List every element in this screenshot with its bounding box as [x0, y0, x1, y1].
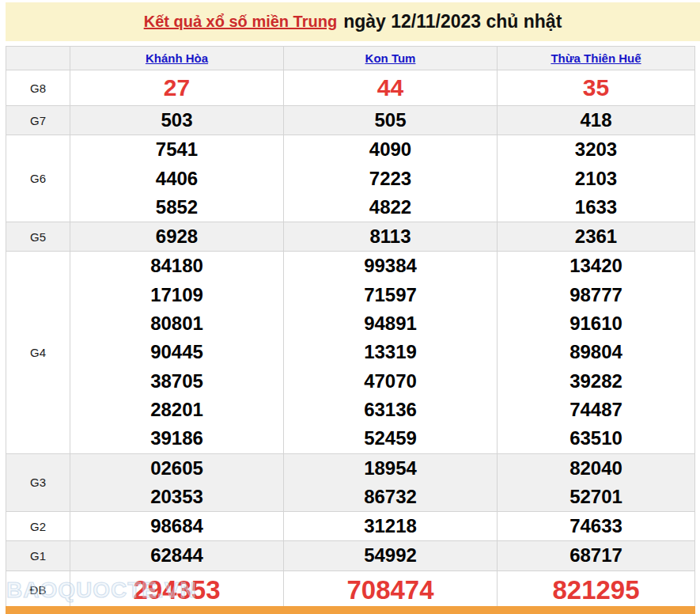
result-cell-g5-col3: 2361 [498, 222, 695, 252]
results-table: Khánh Hòa Kon Tum Thừa Thiên Huế G827443… [6, 46, 695, 610]
prize-row-g4: G484180171098080190445387052820139186993… [6, 252, 695, 453]
lottery-number: 17109 [70, 281, 283, 309]
lottery-number: 1633 [498, 193, 694, 222]
lottery-number: 2361 [498, 222, 694, 251]
result-cell-db-col2: 708474 [284, 570, 498, 609]
prize-row-g6: G6754144065852409072234822320321031633 [6, 135, 695, 222]
prize-row-g8: G8274435 [6, 70, 695, 106]
column-header-kon-tum: Kon Tum [284, 47, 498, 70]
lottery-number: 31218 [284, 512, 497, 540]
lottery-results-page: Kết quả xổ số miền Trung ngày 12/11/2023… [0, 0, 700, 614]
lottery-number: 54992 [284, 541, 497, 570]
result-cell-g4-col1: 84180171098080190445387052820139186 [70, 252, 284, 453]
result-cell-g1-col1: 62844 [70, 541, 284, 570]
lottery-number: 708474 [284, 571, 497, 609]
lottery-number: 82040 [498, 454, 694, 483]
result-cell-g5-col1: 6928 [70, 222, 284, 252]
lottery-number: 6928 [70, 222, 283, 251]
prize-row-g2: G2986843121874633 [6, 512, 695, 541]
result-cell-g7-col2: 505 [284, 106, 498, 135]
lottery-number: 91610 [498, 309, 694, 338]
result-cell-g5-col2: 8113 [284, 222, 498, 252]
lottery-number: 505 [284, 106, 497, 135]
result-cell-g8-col2: 44 [284, 70, 498, 106]
prize-label-g6: G6 [6, 135, 70, 222]
lottery-number: 98777 [498, 281, 694, 309]
lottery-number: 13319 [284, 338, 497, 366]
result-cell-db-col1: 294353 [70, 570, 284, 609]
lottery-number: 02605 [70, 454, 283, 483]
lottery-number: 63510 [498, 424, 694, 453]
result-cell-g1-col2: 54992 [284, 541, 498, 570]
lottery-number: 4822 [284, 193, 497, 222]
lottery-number: 418 [498, 106, 694, 135]
page-title-banner: Kết quả xổ số miền Trung ngày 12/11/2023… [6, 2, 700, 41]
lottery-number: 63136 [284, 396, 497, 424]
lottery-number: 90445 [70, 338, 283, 366]
lottery-number: 52459 [284, 424, 497, 453]
prize-label-g8: G8 [6, 70, 70, 106]
lottery-number: 39186 [70, 424, 283, 453]
province-link-khanh-hoa[interactable]: Khánh Hòa [146, 51, 208, 65]
result-cell-g3-col2: 1895486732 [284, 453, 498, 512]
bottom-orange-bar [6, 606, 695, 614]
result-cell-g2-col1: 98684 [70, 512, 284, 541]
result-cell-g6-col1: 754144065852 [70, 135, 284, 222]
lottery-number: 3203 [498, 135, 694, 164]
prize-label-g2: G2 [6, 512, 70, 541]
prize-row-g3: G3026052035318954867328204052701 [6, 453, 695, 512]
column-header-thua-thien-hue: Thừa Thiên Huế [498, 47, 695, 70]
lottery-number: 71597 [284, 281, 497, 309]
lottery-number: 74633 [498, 512, 694, 540]
result-cell-g2-col2: 31218 [284, 512, 498, 541]
lottery-number: 20353 [70, 483, 283, 511]
lottery-number: 89804 [498, 338, 694, 366]
result-cell-g4-col2: 99384715979489113319470706313652459 [284, 252, 498, 453]
results-table-wrapper: Khánh Hòa Kon Tum Thừa Thiên Huế G827443… [6, 46, 694, 610]
result-cell-g8-col1: 27 [70, 70, 284, 106]
lottery-number: 821295 [498, 571, 694, 609]
prize-row-g1: G1628445499268717 [6, 541, 695, 570]
result-cell-g6-col2: 409072234822 [284, 135, 498, 222]
results-body: G8274435G7503505418G67541440658524090722… [6, 70, 695, 610]
lottery-number: 2103 [498, 165, 694, 193]
lottery-number: 8113 [284, 222, 497, 251]
lottery-number: 74487 [498, 396, 694, 424]
lottery-number: 94891 [284, 309, 497, 338]
column-header-row: Khánh Hòa Kon Tum Thừa Thiên Huế [6, 47, 695, 70]
lottery-number: 28201 [70, 396, 283, 424]
column-header-khanh-hoa: Khánh Hòa [70, 47, 284, 70]
lottery-number: 503 [70, 106, 283, 135]
prize-label-g5: G5 [6, 222, 70, 252]
lottery-number: 294353 [70, 571, 283, 609]
lottery-number: 13420 [498, 252, 694, 280]
result-cell-g7-col1: 503 [70, 106, 284, 135]
results-title-link[interactable]: Kết quả xổ số miền Trung [144, 13, 337, 31]
lottery-number: 39282 [498, 367, 694, 396]
prize-label-g4: G4 [6, 252, 70, 453]
lottery-number: 27 [70, 70, 283, 105]
lottery-number: 80801 [70, 309, 283, 338]
province-link-thua-thien-hue[interactable]: Thừa Thiên Huế [551, 51, 641, 65]
lottery-number: 4406 [70, 165, 283, 193]
prize-column-header [6, 47, 70, 70]
lottery-number: 62844 [70, 541, 283, 570]
lottery-number: 98684 [70, 512, 283, 540]
results-date-text: ngày 12/11/2023 chủ nhật [343, 11, 562, 32]
result-cell-g8-col3: 35 [498, 70, 695, 106]
province-link-kon-tum[interactable]: Kon Tum [365, 51, 416, 65]
lottery-number: 38705 [70, 367, 283, 396]
prize-label-g7: G7 [6, 106, 70, 135]
result-cell-g2-col3: 74633 [498, 512, 695, 541]
lottery-number: 4090 [284, 135, 497, 164]
lottery-number: 7541 [70, 135, 283, 164]
result-cell-g3-col3: 8204052701 [498, 453, 695, 512]
prize-label-g1: G1 [6, 541, 70, 570]
lottery-number: 86732 [284, 483, 497, 511]
prize-row-g7: G7503505418 [6, 106, 695, 135]
prize-label-g3: G3 [6, 453, 70, 512]
lottery-number: 68717 [498, 541, 694, 570]
result-cell-g3-col1: 0260520353 [70, 453, 284, 512]
result-cell-g1-col3: 68717 [498, 541, 695, 570]
prize-label-db: ĐB [6, 570, 70, 609]
